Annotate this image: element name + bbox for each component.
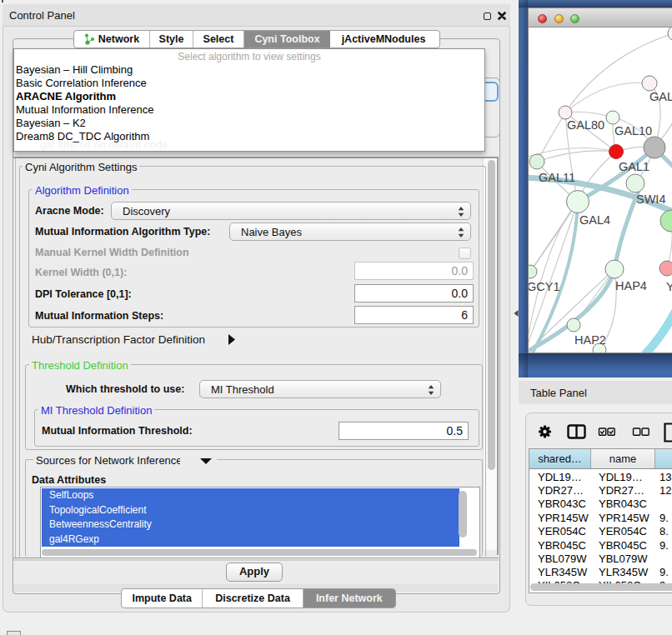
- svg-text:GAL11: GAL11: [539, 171, 575, 184]
- svg-text:GAL10: GAL10: [614, 124, 652, 138]
- svg-text:SWI4: SWI4: [636, 192, 665, 206]
- svg-text:HAP2: HAP2: [574, 333, 606, 347]
- svg-text:GAL1: GAL1: [619, 160, 649, 173]
- svg-text:Y: Y: [666, 280, 672, 293]
- svg-text:GAL: GAL: [649, 90, 672, 103]
- svg-text:HAP4: HAP4: [615, 279, 647, 292]
- svg-text:GAL80: GAL80: [567, 118, 604, 132]
- svg-text:GCY1: GCY1: [529, 280, 560, 293]
- svg-text:GAL4: GAL4: [579, 213, 610, 227]
